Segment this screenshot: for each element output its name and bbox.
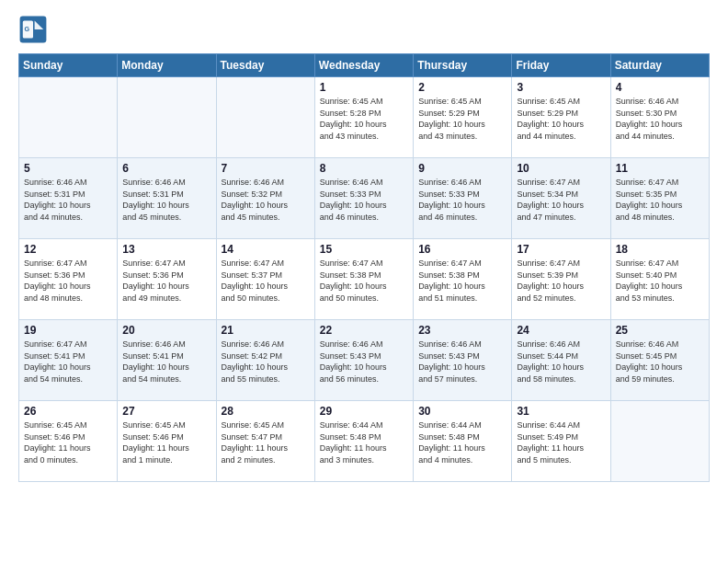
- header-row: SundayMondayTuesdayWednesdayThursdayFrid…: [19, 54, 710, 77]
- day-info: Sunrise: 6:44 AM Sunset: 5:48 PM Dayligh…: [320, 419, 408, 465]
- week-row-3: 12Sunrise: 6:47 AM Sunset: 5:36 PM Dayli…: [19, 239, 710, 320]
- day-number: 13: [122, 243, 210, 256]
- day-number: 4: [616, 81, 704, 94]
- day-info: Sunrise: 6:44 AM Sunset: 5:49 PM Dayligh…: [517, 419, 605, 465]
- week-row-1: 1Sunrise: 6:45 AM Sunset: 5:28 PM Daylig…: [19, 77, 710, 158]
- day-info: Sunrise: 6:46 AM Sunset: 5:42 PM Dayligh…: [222, 339, 310, 385]
- week-row-2: 5Sunrise: 6:46 AM Sunset: 5:31 PM Daylig…: [19, 158, 710, 239]
- day-cell: 12Sunrise: 6:47 AM Sunset: 5:36 PM Dayli…: [19, 239, 118, 320]
- day-cell: 11Sunrise: 6:47 AM Sunset: 5:35 PM Dayli…: [610, 158, 709, 239]
- week-row-5: 26Sunrise: 6:45 AM Sunset: 5:46 PM Dayli…: [19, 401, 710, 482]
- col-header-friday: Friday: [512, 54, 610, 77]
- day-info: Sunrise: 6:45 AM Sunset: 5:46 PM Dayligh…: [122, 419, 210, 465]
- day-number: 21: [222, 324, 310, 337]
- day-info: Sunrise: 6:45 AM Sunset: 5:28 PM Dayligh…: [320, 96, 408, 142]
- day-number: 18: [616, 243, 704, 256]
- day-info: Sunrise: 6:46 AM Sunset: 5:33 PM Dayligh…: [418, 177, 506, 223]
- day-cell: 8Sunrise: 6:46 AM Sunset: 5:33 PM Daylig…: [314, 158, 413, 239]
- day-info: Sunrise: 6:44 AM Sunset: 5:48 PM Dayligh…: [418, 419, 506, 465]
- day-number: 22: [320, 324, 408, 337]
- day-number: 2: [418, 81, 506, 94]
- day-number: 12: [24, 243, 112, 256]
- day-cell: 22Sunrise: 6:46 AM Sunset: 5:43 PM Dayli…: [314, 320, 413, 401]
- day-cell: 29Sunrise: 6:44 AM Sunset: 5:48 PM Dayli…: [314, 401, 413, 482]
- day-cell: 27Sunrise: 6:45 AM Sunset: 5:46 PM Dayli…: [118, 401, 216, 482]
- day-number: 16: [418, 243, 506, 256]
- day-cell: [216, 77, 314, 158]
- day-info: Sunrise: 6:47 AM Sunset: 5:38 PM Dayligh…: [418, 258, 506, 304]
- day-cell: 15Sunrise: 6:47 AM Sunset: 5:38 PM Dayli…: [314, 239, 413, 320]
- day-cell: 7Sunrise: 6:46 AM Sunset: 5:32 PM Daylig…: [216, 158, 314, 239]
- day-info: Sunrise: 6:47 AM Sunset: 5:41 PM Dayligh…: [24, 339, 112, 385]
- col-header-wednesday: Wednesday: [314, 54, 413, 77]
- day-cell: 24Sunrise: 6:46 AM Sunset: 5:44 PM Dayli…: [512, 320, 610, 401]
- day-number: 27: [122, 405, 210, 418]
- day-info: Sunrise: 6:46 AM Sunset: 5:31 PM Dayligh…: [24, 177, 112, 223]
- day-number: 1: [320, 81, 408, 94]
- day-number: 8: [320, 162, 408, 175]
- logo-icon: G: [18, 15, 48, 44]
- col-header-thursday: Thursday: [414, 54, 512, 77]
- day-number: 24: [517, 324, 605, 337]
- day-number: 28: [222, 405, 310, 418]
- calendar-table: SundayMondayTuesdayWednesdayThursdayFrid…: [18, 53, 710, 482]
- day-number: 29: [320, 405, 408, 418]
- day-info: Sunrise: 6:47 AM Sunset: 5:34 PM Dayligh…: [517, 177, 605, 223]
- day-cell: 21Sunrise: 6:46 AM Sunset: 5:42 PM Dayli…: [216, 320, 314, 401]
- day-number: 17: [517, 243, 605, 256]
- day-number: 23: [418, 324, 506, 337]
- day-cell: 9Sunrise: 6:46 AM Sunset: 5:33 PM Daylig…: [414, 158, 512, 239]
- day-info: Sunrise: 6:47 AM Sunset: 5:37 PM Dayligh…: [222, 258, 310, 304]
- day-number: 5: [24, 162, 112, 175]
- day-info: Sunrise: 6:46 AM Sunset: 5:33 PM Dayligh…: [320, 177, 408, 223]
- day-info: Sunrise: 6:46 AM Sunset: 5:32 PM Dayligh…: [222, 177, 310, 223]
- day-cell: 10Sunrise: 6:47 AM Sunset: 5:34 PM Dayli…: [512, 158, 610, 239]
- day-number: 25: [616, 324, 704, 337]
- week-row-4: 19Sunrise: 6:47 AM Sunset: 5:41 PM Dayli…: [19, 320, 710, 401]
- day-cell: 3Sunrise: 6:45 AM Sunset: 5:29 PM Daylig…: [512, 77, 610, 158]
- day-cell: 19Sunrise: 6:47 AM Sunset: 5:41 PM Dayli…: [19, 320, 118, 401]
- header: G: [18, 15, 710, 44]
- day-info: Sunrise: 6:46 AM Sunset: 5:43 PM Dayligh…: [418, 339, 506, 385]
- col-header-tuesday: Tuesday: [216, 54, 314, 77]
- day-number: 30: [418, 405, 506, 418]
- page: G SundayMondayTuesdayWednesdayThursdayFr…: [0, 0, 728, 491]
- day-number: 31: [517, 405, 605, 418]
- col-header-saturday: Saturday: [610, 54, 709, 77]
- day-number: 7: [222, 162, 310, 175]
- day-cell: 28Sunrise: 6:45 AM Sunset: 5:47 PM Dayli…: [216, 401, 314, 482]
- day-info: Sunrise: 6:46 AM Sunset: 5:31 PM Dayligh…: [122, 177, 210, 223]
- day-cell: [610, 401, 709, 482]
- day-info: Sunrise: 6:46 AM Sunset: 5:41 PM Dayligh…: [122, 339, 210, 385]
- day-info: Sunrise: 6:47 AM Sunset: 5:35 PM Dayligh…: [616, 177, 704, 223]
- day-cell: 30Sunrise: 6:44 AM Sunset: 5:48 PM Dayli…: [414, 401, 512, 482]
- day-number: 20: [122, 324, 210, 337]
- day-cell: 16Sunrise: 6:47 AM Sunset: 5:38 PM Dayli…: [414, 239, 512, 320]
- day-number: 19: [24, 324, 112, 337]
- day-cell: 31Sunrise: 6:44 AM Sunset: 5:49 PM Dayli…: [512, 401, 610, 482]
- day-info: Sunrise: 6:46 AM Sunset: 5:44 PM Dayligh…: [517, 339, 605, 385]
- day-cell: [118, 77, 216, 158]
- day-cell: 2Sunrise: 6:45 AM Sunset: 5:29 PM Daylig…: [414, 77, 512, 158]
- day-cell: 17Sunrise: 6:47 AM Sunset: 5:39 PM Dayli…: [512, 239, 610, 320]
- logo: G: [18, 15, 51, 44]
- day-cell: 1Sunrise: 6:45 AM Sunset: 5:28 PM Daylig…: [314, 77, 413, 158]
- day-info: Sunrise: 6:47 AM Sunset: 5:38 PM Dayligh…: [320, 258, 408, 304]
- day-info: Sunrise: 6:46 AM Sunset: 5:45 PM Dayligh…: [616, 339, 704, 385]
- day-cell: 13Sunrise: 6:47 AM Sunset: 5:36 PM Dayli…: [118, 239, 216, 320]
- day-cell: 4Sunrise: 6:46 AM Sunset: 5:30 PM Daylig…: [610, 77, 709, 158]
- col-header-monday: Monday: [118, 54, 216, 77]
- day-info: Sunrise: 6:47 AM Sunset: 5:39 PM Dayligh…: [517, 258, 605, 304]
- day-info: Sunrise: 6:47 AM Sunset: 5:36 PM Dayligh…: [24, 258, 112, 304]
- day-number: 3: [517, 81, 605, 94]
- day-cell: 23Sunrise: 6:46 AM Sunset: 5:43 PM Dayli…: [414, 320, 512, 401]
- day-cell: 26Sunrise: 6:45 AM Sunset: 5:46 PM Dayli…: [19, 401, 118, 482]
- day-number: 9: [418, 162, 506, 175]
- day-cell: 20Sunrise: 6:46 AM Sunset: 5:41 PM Dayli…: [118, 320, 216, 401]
- day-cell: 14Sunrise: 6:47 AM Sunset: 5:37 PM Dayli…: [216, 239, 314, 320]
- day-cell: 18Sunrise: 6:47 AM Sunset: 5:40 PM Dayli…: [610, 239, 709, 320]
- day-number: 10: [517, 162, 605, 175]
- day-info: Sunrise: 6:45 AM Sunset: 5:47 PM Dayligh…: [222, 419, 310, 465]
- day-cell: 25Sunrise: 6:46 AM Sunset: 5:45 PM Dayli…: [610, 320, 709, 401]
- day-info: Sunrise: 6:46 AM Sunset: 5:43 PM Dayligh…: [320, 339, 408, 385]
